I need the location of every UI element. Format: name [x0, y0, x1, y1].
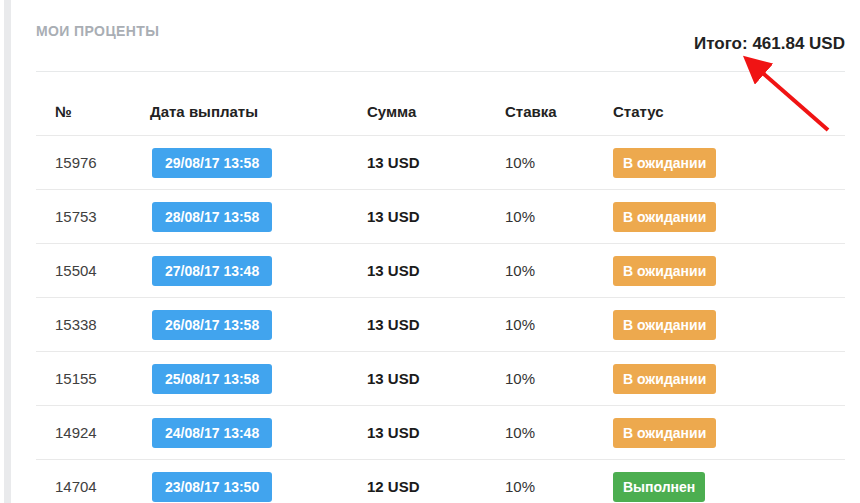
- payment-status-cell: В ожидании: [613, 256, 845, 286]
- payment-amount: 13 USD: [367, 316, 505, 333]
- payment-rate: 10%: [505, 154, 613, 171]
- table-row: 14924 24/08/17 13:48 13 USD 10% В ожидан…: [36, 405, 845, 459]
- payment-date-cell: 24/08/17 13:48: [150, 418, 367, 448]
- column-header-status: Статус: [613, 103, 845, 120]
- payment-number: 15155: [55, 370, 150, 387]
- payment-status-cell: В ожидании: [613, 418, 845, 448]
- payment-rate: 10%: [505, 370, 613, 387]
- total-label: Итого:: [694, 34, 752, 53]
- payment-date-cell: 28/08/17 13:58: [150, 202, 367, 232]
- column-header-number: №: [55, 103, 150, 120]
- table-row: 15753 28/08/17 13:58 13 USD 10% В ожидан…: [36, 189, 845, 243]
- payment-amount: 13 USD: [367, 154, 505, 171]
- payment-rate: 10%: [505, 316, 613, 333]
- payment-date-badge[interactable]: 24/08/17 13:48: [152, 418, 272, 448]
- total-value: 461.84 USD: [752, 34, 845, 53]
- table-body: 15976 29/08/17 13:58 13 USD 10% В ожидан…: [36, 135, 845, 503]
- payment-status-badge[interactable]: В ожидании: [613, 364, 716, 394]
- payment-number: 15753: [55, 208, 150, 225]
- table-row: 14704 23/08/17 13:50 12 USD 10% Выполнен: [36, 459, 845, 503]
- payment-number: 14924: [55, 424, 150, 441]
- payment-rate: 10%: [505, 424, 613, 441]
- table-row: 15504 27/08/17 13:48 13 USD 10% В ожидан…: [36, 243, 845, 297]
- payment-date-cell: 27/08/17 13:48: [150, 256, 367, 286]
- payment-amount: 13 USD: [367, 370, 505, 387]
- payment-date-badge[interactable]: 27/08/17 13:48: [152, 256, 272, 286]
- payment-status-cell: В ожидании: [613, 364, 845, 394]
- payment-status-badge[interactable]: В ожидании: [613, 418, 716, 448]
- payment-number: 15338: [55, 316, 150, 333]
- payment-date-badge[interactable]: 26/08/17 13:58: [152, 310, 272, 340]
- total-amount: Итого: 461.84 USD: [694, 34, 845, 54]
- payment-status-cell: В ожидании: [613, 202, 845, 232]
- payment-rate: 10%: [505, 262, 613, 279]
- payment-number: 15976: [55, 154, 150, 171]
- my-percents-panel: МОИ ПРОЦЕНТЫ Итого: 461.84 USD № Дата вы…: [0, 0, 860, 503]
- payment-status-cell: Выполнен: [613, 472, 845, 502]
- payment-amount: 13 USD: [367, 262, 505, 279]
- payment-amount: 13 USD: [367, 208, 505, 225]
- panel-header: МОИ ПРОЦЕНТЫ Итого: 461.84 USD: [36, 0, 845, 72]
- payment-number: 14704: [55, 478, 150, 495]
- table-header-row: № Дата выплаты Сумма Ставка Статус: [36, 72, 845, 135]
- table-row: 15155 25/08/17 13:58 13 USD 10% В ожидан…: [36, 351, 845, 405]
- payment-amount: 12 USD: [367, 478, 505, 495]
- column-header-date: Дата выплаты: [150, 103, 367, 120]
- payment-number: 15504: [55, 262, 150, 279]
- payment-date-badge[interactable]: 29/08/17 13:58: [152, 148, 272, 178]
- table-row: 15338 26/08/17 13:58 13 USD 10% В ожидан…: [36, 297, 845, 351]
- payment-status-badge[interactable]: В ожидании: [613, 256, 716, 286]
- payment-rate: 10%: [505, 478, 613, 495]
- payment-date-cell: 25/08/17 13:58: [150, 364, 367, 394]
- column-header-rate: Ставка: [505, 103, 613, 120]
- payment-status-badge[interactable]: В ожидании: [613, 202, 716, 232]
- payment-date-cell: 26/08/17 13:58: [150, 310, 367, 340]
- payment-date-badge[interactable]: 23/08/17 13:50: [152, 472, 272, 502]
- payment-date-cell: 23/08/17 13:50: [150, 472, 367, 502]
- payment-amount: 13 USD: [367, 424, 505, 441]
- payment-date-badge[interactable]: 28/08/17 13:58: [152, 202, 272, 232]
- payment-date-badge[interactable]: 25/08/17 13:58: [152, 364, 272, 394]
- column-header-amount: Сумма: [367, 103, 505, 120]
- table-row: 15976 29/08/17 13:58 13 USD 10% В ожидан…: [36, 135, 845, 189]
- payment-rate: 10%: [505, 208, 613, 225]
- page-title: МОИ ПРОЦЕНТЫ: [36, 23, 159, 39]
- payment-status-cell: В ожидании: [613, 148, 845, 178]
- payment-status-badge[interactable]: Выполнен: [613, 472, 705, 502]
- payment-date-cell: 29/08/17 13:58: [150, 148, 367, 178]
- payment-status-cell: В ожидании: [613, 310, 845, 340]
- payment-status-badge[interactable]: В ожидании: [613, 310, 716, 340]
- payment-status-badge[interactable]: В ожидании: [613, 148, 716, 178]
